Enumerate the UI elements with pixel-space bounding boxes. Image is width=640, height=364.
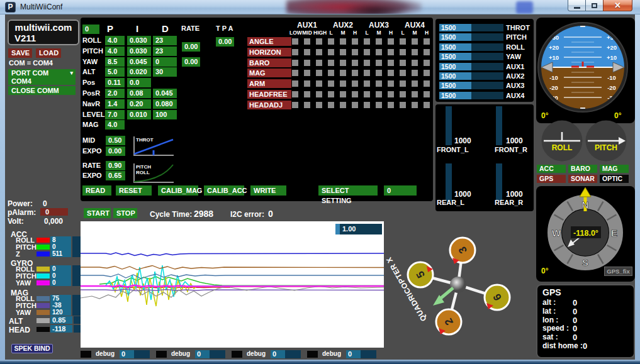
app-icon: P bbox=[5, 2, 16, 13]
wallpaper-blob-red bbox=[286, 0, 422, 14]
debug-label: debug bbox=[171, 350, 190, 357]
debug-bar bbox=[285, 350, 301, 358]
debug-row: debug0debug0debug0debug0 bbox=[5, 14, 635, 360]
wallpaper-blob-blue bbox=[516, 1, 533, 14]
debug-value: 0 bbox=[195, 350, 210, 358]
debug-label: debug bbox=[322, 350, 341, 357]
multiwiiconf-window: { "window": { "title": "MultiWiiConf", "… bbox=[0, 0, 640, 364]
window-bottom-border bbox=[0, 360, 640, 364]
debug-swatch bbox=[81, 351, 91, 358]
debug-value: 0 bbox=[271, 350, 285, 358]
debug-value: 0 bbox=[346, 350, 361, 358]
close-button[interactable]: ✕ bbox=[603, 0, 632, 11]
debug-swatch bbox=[156, 351, 167, 358]
main-content: multiwii.com V211 SAVE LOAD COM = COM4 P… bbox=[5, 14, 635, 360]
debug-bar bbox=[361, 350, 376, 358]
debug-value: 0 bbox=[120, 350, 134, 358]
debug-label: debug bbox=[96, 350, 115, 357]
wallpaper-blob-dark bbox=[343, 4, 406, 14]
debug-bar bbox=[210, 350, 225, 358]
maximize-icon bbox=[592, 3, 597, 8]
minimize-button[interactable] bbox=[568, 0, 586, 11]
debug-swatch bbox=[232, 351, 242, 358]
window-title: MultiWiiConf bbox=[20, 3, 62, 11]
debug-bar bbox=[134, 350, 150, 358]
maximize-button[interactable] bbox=[586, 0, 603, 11]
titlebar[interactable]: P MultiWiiConf ✕ bbox=[0, 0, 640, 14]
minimize-icon bbox=[574, 7, 580, 9]
window-controls: ✕ bbox=[568, 0, 632, 11]
close-icon: ✕ bbox=[614, 1, 621, 10]
debug-swatch bbox=[307, 351, 318, 358]
debug-label: debug bbox=[247, 350, 266, 357]
